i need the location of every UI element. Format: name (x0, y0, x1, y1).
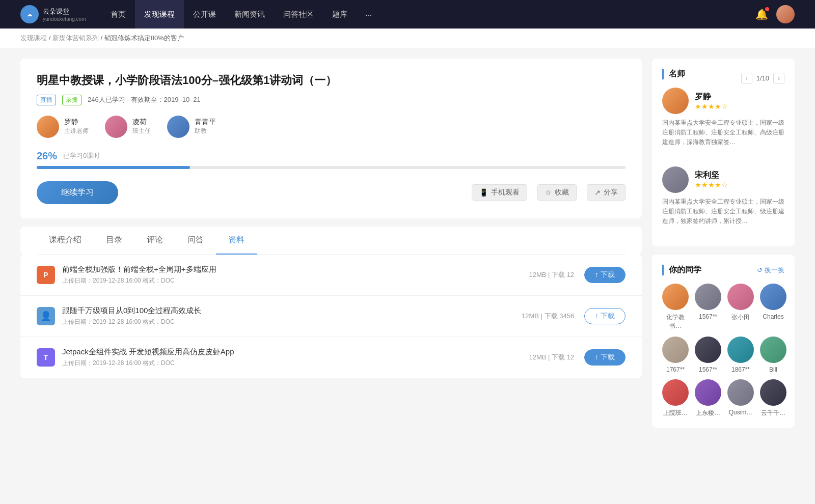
teacher-2-role: 班主任 (132, 127, 151, 135)
course-title: 明星中教授课，小学阶段语法100分–强化级第1讲动词（一） (37, 73, 626, 89)
notification-dot (765, 7, 769, 11)
refresh-label: 换一换 (765, 266, 784, 275)
course-actions: 继续学习 📱 手机观看 ☆ 收藏 ↗ 分享 (37, 181, 626, 204)
classmate-1[interactable]: 化学教书… (662, 284, 689, 330)
tabs-section: 课程介绍 目录 评论 问答 资料 (20, 227, 642, 255)
nav-home[interactable]: 首页 (101, 0, 135, 29)
resource-2-name: 跟随千万级项目从0到100全过程高效成长 (62, 306, 522, 316)
favorite-label: 收藏 (555, 188, 569, 197)
download-button-3[interactable]: ↑ 下载 (584, 349, 626, 366)
resource-2-size: 12MB | 下载 3456 (522, 312, 574, 321)
favorite-button[interactable]: ☆ 收藏 (537, 184, 577, 201)
featured-teacher-2-avatar (662, 166, 689, 193)
refresh-classmates-button[interactable]: ↺ 换一换 (757, 266, 784, 275)
teacher-1: 罗静 主讲老师 (37, 116, 89, 138)
logo[interactable]: ☁ 云朵课堂 yundouketang.com (20, 5, 86, 23)
bell-icon[interactable]: 🔔 (755, 8, 768, 20)
tab-catalog[interactable]: 目录 (94, 227, 134, 255)
resource-3-icon: T (37, 348, 55, 367)
progress-label: 已学习0课时 (63, 151, 100, 160)
tag-recorded: 录播 (62, 95, 82, 105)
tab-resources[interactable]: 资料 (216, 227, 257, 255)
classmate-10-name: 上东楼… (696, 409, 720, 417)
mobile-icon: 📱 (479, 188, 488, 197)
tag-live: 直播 (37, 95, 56, 105)
featured-teacher-1-stars: ★★★★☆ (695, 102, 728, 110)
main-layout: 明星中教授课，小学阶段语法100分–强化级第1讲动词（一） 直播 录播 246人… (0, 48, 815, 446)
resource-1-size: 12MB | 下载 12 (529, 270, 574, 279)
classmate-11[interactable]: Qusim… (727, 379, 754, 417)
teacher-2-name: 凌荷 (132, 118, 151, 127)
continue-button[interactable]: 继续学习 (37, 181, 118, 204)
resource-3-info: Jetpack全组件实战 开发短视频应用高仿皮皮虾App 上传日期：2019-1… (62, 347, 529, 368)
classmate-6-name: 1567** (699, 366, 717, 373)
teacher-3-avatar (167, 116, 189, 138)
breadcrumb-current: 销冠修炼术搞定80%的客户 (104, 34, 184, 42)
famous-teachers-header: 名师 ‹ 1/10 › (662, 69, 784, 88)
share-button[interactable]: ↗ 分享 (587, 184, 626, 201)
featured-teacher-2: 宋利坚 ★★★★☆ 国内某重点大学安全工程专业硕士，国家一级注册消防工程师、注册… (662, 158, 784, 227)
classmates-title: 你的同学 (662, 265, 701, 275)
famous-teachers-title: 名师 (662, 69, 685, 79)
tab-review[interactable]: 评论 (134, 227, 175, 255)
teacher-page: 1/10 (756, 74, 769, 82)
share-label: 分享 (604, 188, 618, 197)
download-button-1[interactable]: ↑ 下载 (584, 267, 626, 283)
user-avatar[interactable] (776, 5, 795, 23)
breadcrumb-series[interactable]: 新媒体营销系列 (52, 34, 99, 42)
classmate-2[interactable]: 1567** (695, 284, 721, 330)
classmate-6[interactable]: 1567** (695, 337, 721, 373)
featured-teacher-2-name: 宋利坚 (695, 170, 728, 181)
nav-quiz[interactable]: 题库 (323, 0, 357, 29)
nav-qa[interactable]: 问答社区 (274, 0, 323, 29)
nav-opencourse[interactable]: 公开课 (184, 0, 225, 29)
course-meta: 直播 录播 246人已学习 · 有效期至：2019–10–21 (37, 95, 626, 105)
secondary-actions: 📱 手机观看 ☆ 收藏 ↗ 分享 (472, 184, 626, 201)
classmate-10-avatar (695, 379, 721, 406)
classmate-7-avatar (727, 337, 754, 363)
classmate-9[interactable]: 上院班… (662, 379, 689, 417)
classmate-8[interactable]: Bill (760, 337, 786, 373)
classmate-12-avatar (760, 379, 786, 406)
classmate-5[interactable]: 1767** (662, 337, 689, 373)
download-button-2[interactable]: ↑ 下载 (584, 308, 626, 324)
featured-teacher-1-name: 罗静 (695, 92, 728, 102)
classmate-10[interactable]: 上东楼… (695, 379, 721, 417)
nav-discover[interactable]: 发现课程 (135, 0, 184, 29)
tab-intro[interactable]: 课程介绍 (37, 227, 94, 255)
featured-teacher-1-desc: 国内某重点大学安全工程专业硕士，国家一级注册消防工程师、注册安全工程师、高级注册… (662, 118, 784, 148)
nav-more[interactable]: ··· (357, 0, 382, 29)
content-area: 明星中教授课，小学阶段语法100分–强化级第1讲动词（一） 直播 录播 246人… (20, 59, 642, 436)
course-tabs: 课程介绍 目录 评论 问答 资料 (37, 227, 626, 255)
resource-item-1: P 前端全栈加强版！前端全栈+全周期+多端应用 上传日期：2019-12-28 … (20, 255, 642, 296)
progress-percentage: 26% (37, 150, 57, 162)
classmate-8-avatar (760, 337, 786, 363)
teacher-2: 凌荷 班主任 (105, 116, 151, 138)
teacher-3-role: 助教 (195, 127, 216, 135)
featured-teacher-2-desc: 国内某重点大学安全工程专业硕士，国家一级注册消防工程师、注册安全工程师、级注册建… (662, 197, 784, 227)
classmate-5-name: 1767** (666, 366, 685, 373)
progress-bar-fill (37, 166, 190, 169)
classmate-9-name: 上院班… (663, 409, 688, 417)
refresh-icon: ↺ (757, 266, 763, 274)
nav-news[interactable]: 新闻资讯 (225, 0, 274, 29)
classmate-3[interactable]: 张小田 (727, 284, 754, 330)
logo-text: 云朵课堂 (43, 7, 86, 16)
tab-qa[interactable]: 问答 (175, 227, 216, 255)
classmate-4[interactable]: Charles (760, 284, 786, 330)
breadcrumb-discover[interactable]: 发现课程 (20, 34, 47, 42)
famous-teachers-card: 名师 ‹ 1/10 › 罗静 ★★★★☆ (652, 59, 795, 246)
breadcrumb: 发现课程 / 新媒体营销系列 / 销冠修炼术搞定80%的客户 (0, 29, 815, 48)
classmate-12[interactable]: 云千千… (760, 379, 786, 417)
nav-right: 🔔 (755, 5, 795, 23)
prev-teacher-button[interactable]: ‹ (741, 73, 752, 84)
resource-1-meta: 上传日期：2019-12-28 16:00 格式：DOC (62, 276, 529, 285)
classmate-11-avatar (727, 379, 754, 406)
classmate-3-name: 张小田 (731, 313, 750, 322)
navbar: ☁ 云朵课堂 yundouketang.com 首页 发现课程 公开课 新闻资讯… (0, 0, 815, 29)
resource-item-3: T Jetpack全组件实战 开发短视频应用高仿皮皮虾App 上传日期：2019… (20, 337, 642, 378)
classmate-12-name: 云千千… (761, 409, 785, 417)
mobile-view-button[interactable]: 📱 手机观看 (472, 184, 527, 201)
classmate-7[interactable]: 1867** (727, 337, 754, 373)
next-teacher-button[interactable]: › (773, 73, 784, 84)
